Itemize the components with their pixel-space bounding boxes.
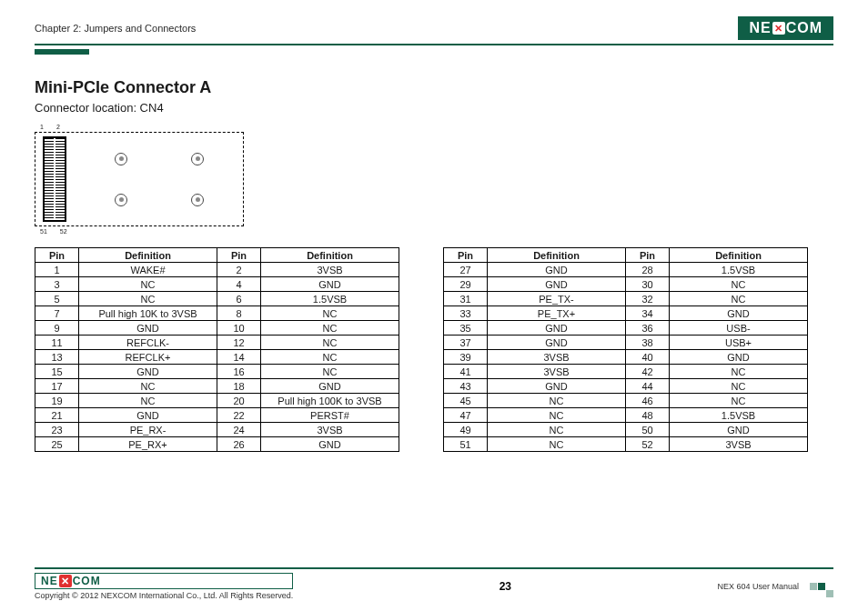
table-row: 3NC4GND bbox=[35, 277, 399, 292]
cell-def: REFCLK+ bbox=[79, 350, 217, 365]
cell-pin: 34 bbox=[626, 306, 670, 321]
hole-icon bbox=[115, 194, 127, 206]
chapter-label: Chapter 2: Jumpers and Connectors bbox=[35, 23, 196, 34]
pin-label-1: 1 bbox=[40, 124, 44, 130]
table-row: 51NC523VSB bbox=[444, 437, 808, 452]
diagram-box bbox=[35, 132, 244, 226]
cell-def: GND bbox=[79, 321, 217, 336]
cell-def: Pull high 100K to 3VSB bbox=[261, 394, 399, 408]
table-row: 25PE_RX+26GND bbox=[35, 437, 399, 452]
hole-icon bbox=[115, 153, 127, 165]
table-row: 45NC46NC bbox=[444, 394, 808, 408]
table-row: 5NC61.5VSB bbox=[35, 292, 399, 306]
cell-def: PE_RX+ bbox=[79, 437, 217, 452]
cell-def: NC bbox=[670, 292, 808, 306]
cell-pin: 29 bbox=[444, 277, 488, 292]
cell-def: GND bbox=[670, 306, 808, 321]
cell-def: NC bbox=[261, 321, 399, 336]
logo-part-b: COM bbox=[73, 575, 101, 587]
cell-pin: 49 bbox=[444, 423, 488, 437]
cell-def: NC bbox=[261, 350, 399, 365]
cell-pin: 10 bbox=[217, 321, 261, 336]
cell-def: REFCLK- bbox=[79, 336, 217, 350]
nexcom-logo-small: NE ✕ COM bbox=[35, 573, 293, 589]
cell-def: PE_TX+ bbox=[488, 306, 626, 321]
cell-pin: 39 bbox=[444, 350, 488, 365]
cell-def: NC bbox=[670, 277, 808, 292]
cell-pin: 37 bbox=[444, 336, 488, 350]
logo-part-a: NE bbox=[41, 575, 58, 587]
th-def: Definition bbox=[670, 248, 808, 263]
cell-pin: 22 bbox=[217, 408, 261, 423]
cell-def: WAKE# bbox=[79, 263, 217, 277]
cell-pin: 43 bbox=[444, 379, 488, 394]
page-footer: NE ✕ COM Copyright © 2012 NEXCOM Interna… bbox=[35, 567, 833, 600]
cell-pin: 48 bbox=[626, 408, 670, 423]
table-row: 17NC18GND bbox=[35, 379, 399, 394]
pin-labels-top: 1 2 bbox=[35, 124, 833, 130]
pin-label-52: 52 bbox=[60, 228, 67, 235]
cell-pin: 25 bbox=[35, 437, 79, 452]
section-subtitle: Connector location: CN4 bbox=[35, 101, 833, 115]
cell-pin: 50 bbox=[626, 423, 670, 437]
cell-def: 1.5VSB bbox=[670, 408, 808, 423]
cell-def: GND bbox=[261, 379, 399, 394]
cell-pin: 46 bbox=[626, 394, 670, 408]
cell-pin: 4 bbox=[217, 277, 261, 292]
th-def: Definition bbox=[79, 248, 217, 263]
cell-def: NC bbox=[79, 277, 217, 292]
cell-pin: 5 bbox=[35, 292, 79, 306]
table-row: 413VSB42NC bbox=[444, 365, 808, 379]
pin-label-2: 2 bbox=[56, 124, 60, 130]
footer-rule bbox=[35, 567, 833, 569]
cell-def: 3VSB bbox=[261, 263, 399, 277]
cell-def: 3VSB bbox=[488, 350, 626, 365]
cell-pin: 7 bbox=[35, 306, 79, 321]
th-def: Definition bbox=[488, 248, 626, 263]
cell-pin: 9 bbox=[35, 321, 79, 336]
table-row: 49NC50GND bbox=[444, 423, 808, 437]
cell-def: NC bbox=[79, 394, 217, 408]
cell-def: GND bbox=[261, 277, 399, 292]
pin-label-51: 51 bbox=[40, 228, 47, 235]
cell-pin: 32 bbox=[626, 292, 670, 306]
page-number: 23 bbox=[500, 580, 511, 593]
cell-pin: 36 bbox=[626, 321, 670, 336]
cell-pin: 33 bbox=[444, 306, 488, 321]
cell-def: GND bbox=[261, 437, 399, 452]
cell-def: PERST# bbox=[261, 408, 399, 423]
cell-pin: 35 bbox=[444, 321, 488, 336]
cell-def: GND bbox=[488, 379, 626, 394]
header-rule bbox=[35, 44, 833, 45]
cell-pin: 26 bbox=[217, 437, 261, 452]
pin-table-2: Pin Definition Pin Definition 27GND281.5… bbox=[443, 247, 808, 452]
cell-pin: 21 bbox=[35, 408, 79, 423]
table-row: 15GND16NC bbox=[35, 365, 399, 379]
cell-def: NC bbox=[488, 408, 626, 423]
cell-pin: 20 bbox=[217, 394, 261, 408]
cell-pin: 3 bbox=[35, 277, 79, 292]
cell-def: 1.5VSB bbox=[670, 263, 808, 277]
cell-pin: 41 bbox=[444, 365, 488, 379]
cell-pin: 38 bbox=[626, 336, 670, 350]
header-stub bbox=[35, 49, 89, 55]
table-row: 7Pull high 10K to 3VSB8NC bbox=[35, 306, 399, 321]
table-row: 27GND281.5VSB bbox=[444, 263, 808, 277]
table-row: 29GND30NC bbox=[444, 277, 808, 292]
table-row: 35GND36USB- bbox=[444, 321, 808, 336]
cell-pin: 51 bbox=[444, 437, 488, 452]
cell-pin: 8 bbox=[217, 306, 261, 321]
table-row: 47NC481.5VSB bbox=[444, 408, 808, 423]
footer-squares-icon bbox=[810, 583, 833, 590]
th-def: Definition bbox=[261, 248, 399, 263]
table-row: 19NC20Pull high 100K to 3VSB bbox=[35, 394, 399, 408]
table-row: 43GND44NC bbox=[444, 379, 808, 394]
cell-def: GND bbox=[488, 263, 626, 277]
logo-x-icon: ✕ bbox=[772, 22, 785, 35]
connector-icon bbox=[43, 136, 66, 222]
cell-pin: 16 bbox=[217, 365, 261, 379]
th-pin: Pin bbox=[217, 248, 261, 263]
cell-pin: 18 bbox=[217, 379, 261, 394]
cell-def: PE_TX- bbox=[488, 292, 626, 306]
cell-pin: 28 bbox=[626, 263, 670, 277]
